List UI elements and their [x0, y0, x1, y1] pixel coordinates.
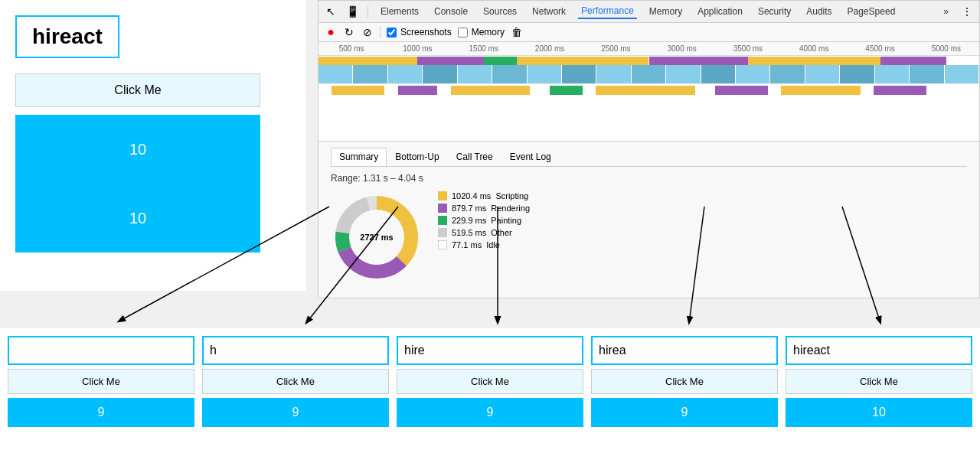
tab-console[interactable]: Console [431, 5, 471, 18]
tab-event-log[interactable]: Event Log [501, 148, 560, 166]
rendering-color [438, 204, 447, 213]
tab-bottom-up[interactable]: Bottom-Up [387, 148, 447, 166]
tab-security[interactable]: Security [755, 5, 794, 18]
memory-checkbox[interactable] [458, 28, 468, 37]
screenshots-checkbox[interactable] [387, 28, 397, 37]
main-app-panel: hireact Click Me 10 10 [0, 0, 306, 291]
mini-input-5[interactable] [786, 336, 972, 365]
devtools-top-tabs: ↖ 📱 Elements Console Sources Network Per… [318, 1, 979, 23]
mini-app-1: Click Me 9 [8, 336, 194, 427]
painting-color [438, 216, 447, 225]
counter-bottom: 10 [129, 210, 146, 227]
other-color [438, 228, 447, 237]
summary-panel: Summary Bottom-Up Call Tree Event Log Ra… [318, 142, 979, 289]
mini-counter-5: 10 [786, 398, 972, 427]
mini-counter-2: 9 [202, 398, 389, 427]
mini-counter-3: 9 [397, 398, 583, 427]
mini-btn-5[interactable]: Click Me [786, 369, 972, 394]
summary-content: 2727 ms 1020.4 ms Scripting 879.7 ms Ren… [331, 191, 967, 283]
mini-counter-4: 9 [591, 398, 778, 427]
mini-counter-1: 9 [8, 398, 194, 427]
counter-box: 10 10 [15, 115, 260, 253]
perf-track-2 [318, 83, 979, 106]
clear-icon[interactable]: ⊘ [361, 26, 374, 38]
click-me-button[interactable]: Click Me [15, 73, 260, 107]
scripting-color [438, 191, 447, 200]
mini-btn-1[interactable]: Click Me [8, 369, 194, 394]
timeline-ruler: 500 ms 1000 ms 1500 ms 2000 ms 2500 ms 3… [318, 42, 979, 56]
cursor-icon[interactable]: ↖ [325, 5, 337, 18]
devtools-panel: ↖ 📱 Elements Console Sources Network Per… [318, 0, 980, 298]
reload-icon[interactable]: ↻ [343, 26, 355, 38]
settings-icon[interactable]: ⋮ [961, 5, 973, 18]
mini-input-4[interactable] [591, 336, 778, 365]
mini-btn-4[interactable]: Click Me [591, 369, 778, 394]
mini-input-3[interactable] [397, 336, 583, 365]
mini-btn-3[interactable]: Click Me [397, 369, 583, 394]
memory-label[interactable]: Memory [458, 27, 505, 37]
donut-chart: 2727 ms [331, 191, 423, 283]
bottom-apps-row: Click Me 9 Click Me 9 Click Me 9 Click M… [0, 328, 980, 466]
range-text: Range: 1.31 s – 4.04 s [331, 173, 967, 184]
counter-top: 10 [129, 141, 146, 158]
trash-icon[interactable]: 🗑 [511, 26, 523, 38]
tab-call-tree[interactable]: Call Tree [448, 148, 501, 166]
screenshot-track [318, 65, 979, 84]
record-icon[interactable]: ● [325, 26, 337, 38]
summary-tabs: Summary Bottom-Up Call Tree Event Log [331, 148, 967, 167]
legend-other: 519.5 ms Other [438, 228, 530, 237]
tab-audits[interactable]: Audits [803, 5, 835, 18]
mini-btn-2[interactable]: Click Me [202, 369, 389, 394]
tab-application[interactable]: Application [694, 5, 746, 18]
mini-input-2[interactable] [202, 336, 389, 365]
legend-idle: 77.1 ms Idle [438, 240, 530, 249]
mini-input-1[interactable] [8, 336, 194, 365]
mini-app-3: Click Me 9 [397, 336, 583, 427]
tab-pagespeed[interactable]: PageSpeed [844, 5, 899, 18]
tab-memory[interactable]: Memory [646, 5, 685, 18]
legend-painting: 229.9 ms Painting [438, 216, 530, 225]
mini-app-2: Click Me 9 [202, 336, 389, 427]
tab-network[interactable]: Network [529, 5, 569, 18]
legend-scripting: 1020.4 ms Scripting [438, 191, 530, 200]
tab-performance[interactable]: Performance [578, 4, 637, 19]
perf-legend: 1020.4 ms Scripting 879.7 ms Rendering 2… [438, 191, 530, 283]
app-title: hireact [15, 15, 119, 58]
idle-color [438, 240, 447, 249]
legend-rendering: 879.7 ms Rendering [438, 204, 530, 213]
screenshots-label[interactable]: Screenshots [387, 27, 452, 37]
timeline-area[interactable]: 500 ms 1000 ms 1500 ms 2000 ms 2500 ms 3… [318, 42, 979, 142]
donut-center-label: 2727 ms [360, 233, 393, 242]
mobile-icon[interactable]: 📱 [346, 5, 358, 18]
tab-sources[interactable]: Sources [480, 5, 520, 18]
mini-app-5: Click Me 10 [786, 336, 972, 427]
more-tabs-icon[interactable]: » [940, 5, 952, 18]
mini-app-4: Click Me 9 [591, 336, 778, 427]
tab-elements[interactable]: Elements [377, 5, 422, 18]
devtools-toolbar: ● ↻ ⊘ Screenshots Memory 🗑 [318, 23, 979, 42]
tab-summary[interactable]: Summary [331, 148, 387, 166]
